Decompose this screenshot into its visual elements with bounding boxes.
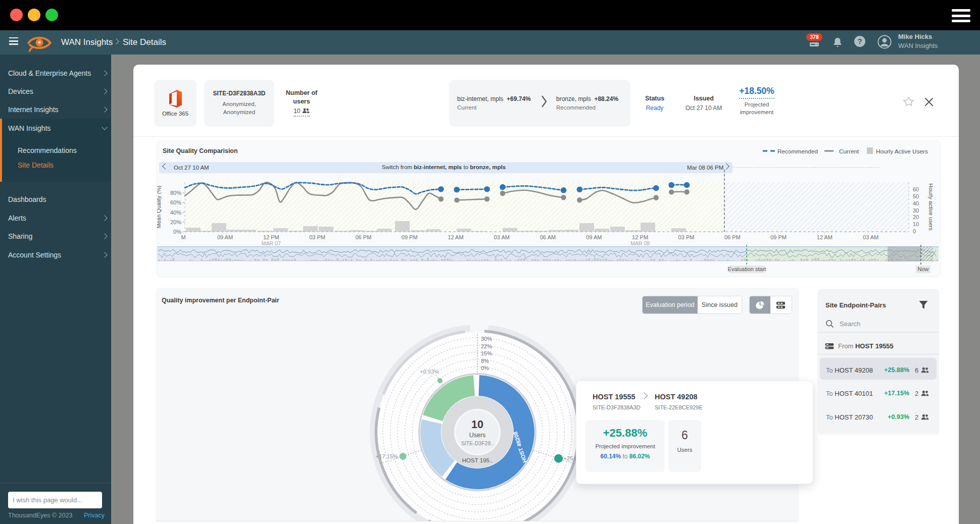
svg-text:MAR 08: MAR 08 (630, 240, 650, 246)
svg-text:03 PM: 03 PM (678, 234, 695, 240)
svg-text:60: 60 (913, 186, 919, 192)
svg-text:09 PM: 09 PM (402, 234, 418, 240)
svg-text:Now: Now (917, 266, 928, 272)
svg-text:09 PM: 09 PM (770, 234, 787, 240)
svg-text:Hourly active users: Hourly active users (928, 183, 934, 231)
svg-text:60%: 60% (170, 199, 181, 205)
svg-text:0%: 0% (173, 229, 181, 235)
svg-text:03 AM: 03 AM (494, 234, 510, 240)
svg-text:0: 0 (913, 228, 916, 234)
svg-text:09 AM: 09 AM (586, 234, 602, 240)
svg-text:SITE-D3F28..: SITE-D3F28.. (461, 440, 494, 446)
svg-text:30%: 30% (481, 336, 492, 342)
svg-text:80%: 80% (170, 190, 181, 196)
svg-text:HOST 195..: HOST 195.. (462, 457, 493, 463)
svg-text:40: 40 (913, 200, 919, 206)
svg-text:06 PM: 06 PM (356, 234, 372, 240)
svg-text:12 AM: 12 AM (817, 234, 832, 240)
svg-text:Evaluation start: Evaluation start (728, 266, 766, 272)
svg-text:15%: 15% (481, 350, 492, 356)
svg-text:+17.15%: +17.15% (376, 453, 398, 459)
svg-text:09 AM: 09 AM (217, 234, 233, 240)
svg-text:MAR 07: MAR 07 (262, 240, 281, 246)
svg-text:8%: 8% (481, 358, 489, 364)
svg-text:12 PM: 12 PM (263, 234, 279, 240)
svg-text:Mean Quality (%): Mean Quality (%) (157, 186, 162, 229)
svg-text:06 PM: 06 PM (724, 234, 741, 240)
svg-text:Users: Users (469, 432, 486, 439)
svg-text:M: M (181, 234, 185, 240)
svg-text:40%: 40% (170, 209, 181, 216)
svg-text:20%: 20% (170, 219, 181, 225)
svg-text:12 AM: 12 AM (448, 234, 463, 240)
svg-text:03 AM: 03 AM (863, 234, 878, 240)
svg-text:10: 10 (913, 221, 919, 227)
svg-text:22%: 22% (481, 343, 492, 349)
svg-text:0%: 0% (481, 365, 489, 371)
svg-text:10: 10 (471, 418, 483, 431)
svg-text:20: 20 (913, 214, 919, 220)
svg-text:50: 50 (913, 193, 919, 199)
svg-text:30: 30 (913, 207, 919, 214)
svg-text:12 PM: 12 PM (632, 234, 648, 240)
svg-text:03 PM: 03 PM (309, 234, 325, 240)
svg-text:06 AM: 06 AM (540, 234, 556, 240)
svg-text:+0.93%: +0.93% (420, 369, 439, 375)
